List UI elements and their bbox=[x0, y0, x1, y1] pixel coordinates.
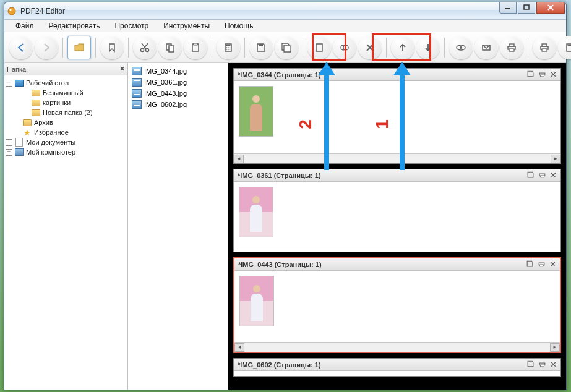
svg-rect-3 bbox=[524, 5, 529, 9]
svg-point-5 bbox=[146, 48, 149, 51]
document-title: *IMG_0443 (Страницы: 1) bbox=[238, 261, 322, 268]
open-folder-button[interactable] bbox=[67, 36, 91, 59]
tree-item-unnamed[interactable]: Безымянный bbox=[6, 88, 126, 98]
svg-rect-9 bbox=[194, 43, 197, 45]
forward-button[interactable] bbox=[35, 36, 58, 59]
image-file-icon bbox=[132, 89, 142, 98]
separator bbox=[386, 38, 387, 58]
print-button[interactable] bbox=[500, 36, 523, 59]
tree-item-favorites[interactable]: ★Избранное bbox=[6, 127, 126, 137]
doc-print-icon[interactable] bbox=[538, 70, 546, 80]
separator bbox=[128, 38, 129, 58]
svg-rect-29 bbox=[542, 44, 547, 46]
separator bbox=[212, 38, 212, 58]
paste-button[interactable] bbox=[184, 36, 207, 59]
move-up-button[interactable] bbox=[391, 36, 414, 59]
file-item[interactable]: IMG_0344.jpg bbox=[131, 66, 225, 77]
svg-rect-36 bbox=[541, 175, 544, 177]
tree-item-desktop[interactable]: −Рабочий стол bbox=[6, 78, 126, 88]
menu-view[interactable]: Просмотр bbox=[107, 20, 156, 32]
tree-item-newfolder[interactable]: Новая папка (2) bbox=[6, 108, 126, 117]
menu-file[interactable]: Файл bbox=[8, 20, 41, 32]
svg-rect-7 bbox=[169, 46, 174, 52]
doc-save-icon[interactable] bbox=[526, 171, 535, 181]
svg-rect-34 bbox=[541, 74, 544, 76]
document-scrollbar[interactable]: ◄► bbox=[234, 342, 560, 352]
doc-save-icon[interactable] bbox=[526, 70, 535, 80]
doc-print-icon[interactable] bbox=[538, 260, 546, 270]
save-all-button[interactable] bbox=[275, 36, 298, 59]
doc-save-icon[interactable] bbox=[526, 360, 535, 370]
tree-item-archive[interactable]: Архив bbox=[6, 117, 126, 127]
doc-print-icon[interactable] bbox=[538, 360, 546, 370]
menu-help[interactable]: Помощь bbox=[217, 20, 260, 32]
svg-point-15 bbox=[226, 49, 228, 50]
menubar: Файл Редактировать Просмотр Инструменты … bbox=[4, 20, 566, 32]
svg-rect-26 bbox=[509, 44, 514, 46]
menu-tools[interactable]: Инструменты bbox=[156, 20, 217, 32]
tree-item-pictures[interactable]: картинки bbox=[6, 98, 126, 108]
separator bbox=[95, 38, 96, 58]
tree-item-computer[interactable]: +Мой компьютер bbox=[6, 147, 126, 157]
app-window: PDF24 Editor Файл Редактировать Просмотр… bbox=[4, 2, 567, 390]
tree-item-documents[interactable]: +Мои документы bbox=[6, 137, 126, 147]
document-panel[interactable]: *IMG_0361 (Страницы: 1) ✕ bbox=[233, 169, 561, 252]
folder-pane-header: Папка ✕ bbox=[4, 63, 127, 75]
file-list-pane: IMG_0344.jpg IMG_0361.jpg IMG_0443.jpg I… bbox=[128, 63, 228, 390]
document-title: *IMG_0344 (Страницы: 1) bbox=[238, 71, 321, 79]
page-thumbnail[interactable] bbox=[239, 187, 273, 237]
merge-button[interactable] bbox=[333, 36, 356, 59]
move-down-button[interactable] bbox=[416, 36, 440, 59]
document-title: *IMG_0361 (Страницы: 1) bbox=[238, 172, 321, 179]
minimize-button[interactable] bbox=[499, 2, 517, 14]
folder-tree-pane: Папка ✕ −Рабочий стол Безымянный картинк… bbox=[4, 63, 128, 390]
svg-point-0 bbox=[8, 7, 15, 15]
separator bbox=[444, 38, 445, 58]
document-scrollbar[interactable]: ◄► bbox=[234, 153, 560, 163]
toolbar bbox=[4, 32, 566, 63]
svg-point-14 bbox=[230, 47, 231, 48]
menu-edit[interactable]: Редактировать bbox=[41, 20, 108, 32]
save-button[interactable] bbox=[249, 36, 273, 59]
svg-point-4 bbox=[141, 48, 144, 51]
calc2-button[interactable] bbox=[558, 36, 571, 59]
maximize-button[interactable] bbox=[518, 2, 535, 14]
document-header: *IMG_0443 (Страницы: 1) ✕ bbox=[234, 258, 560, 271]
document-panel[interactable]: *IMG_0602 (Страницы: 1) ✕ bbox=[233, 358, 561, 377]
content-area: Папка ✕ −Рабочий стол Безымянный картинк… bbox=[4, 63, 566, 390]
window-title: PDF24 Editor bbox=[20, 7, 65, 15]
page-thumbnail[interactable] bbox=[239, 276, 274, 326]
document-header: *IMG_0602 (Страницы: 1) ✕ bbox=[234, 359, 560, 371]
copy-button[interactable] bbox=[158, 36, 182, 59]
folder-pane-close[interactable]: ✕ bbox=[119, 65, 125, 73]
doc-print-icon[interactable] bbox=[538, 171, 546, 181]
calc-button[interactable] bbox=[217, 36, 240, 59]
email-button[interactable] bbox=[474, 36, 498, 59]
document-panel[interactable]: *IMG_0344 (Страницы: 1) ✕ ◄► bbox=[233, 68, 561, 164]
file-item[interactable]: IMG_0443.jpg bbox=[131, 88, 225, 99]
new-page-button[interactable] bbox=[307, 36, 331, 59]
doc-close-icon[interactable]: ✕ bbox=[550, 171, 557, 181]
svg-rect-11 bbox=[226, 45, 231, 46]
document-panel[interactable]: *IMG_0443 (Страницы: 1) ✕ ◄► bbox=[233, 257, 561, 353]
file-item[interactable]: IMG_0602.jpg bbox=[131, 99, 225, 110]
print2-button[interactable] bbox=[533, 36, 556, 59]
preview-button[interactable] bbox=[449, 36, 473, 59]
doc-close-icon[interactable]: ✕ bbox=[550, 70, 557, 80]
svg-rect-30 bbox=[542, 49, 547, 51]
document-body bbox=[234, 81, 560, 153]
doc-save-icon[interactable] bbox=[526, 260, 534, 270]
document-body bbox=[234, 182, 560, 252]
back-button[interactable] bbox=[9, 36, 33, 59]
file-item[interactable]: IMG_0361.jpg bbox=[131, 77, 225, 88]
page-thumbnail[interactable] bbox=[239, 86, 273, 137]
svg-rect-40 bbox=[541, 364, 544, 366]
app-icon bbox=[7, 6, 17, 16]
close-button[interactable] bbox=[536, 2, 565, 14]
bookmark-button[interactable] bbox=[100, 36, 124, 59]
doc-close-icon[interactable]: ✕ bbox=[550, 360, 557, 370]
cut-button[interactable] bbox=[133, 36, 157, 59]
doc-close-icon[interactable]: ✕ bbox=[549, 260, 556, 270]
document-header: *IMG_0344 (Страницы: 1) ✕ bbox=[234, 69, 560, 81]
delete-button[interactable] bbox=[358, 36, 382, 59]
